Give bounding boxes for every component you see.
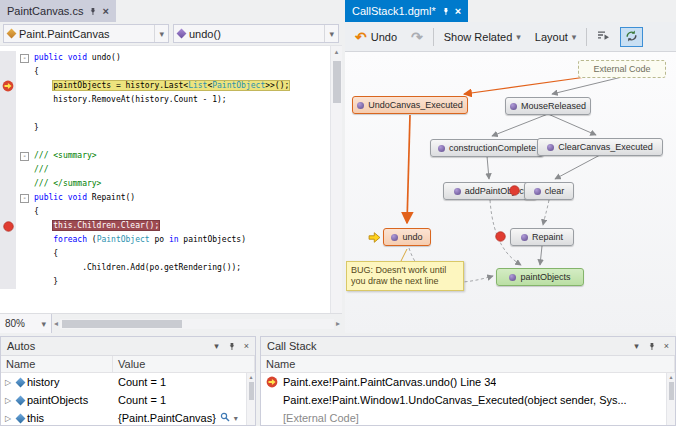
editor-horizontal-scrollbar[interactable]: ◂ ▸ (52, 314, 342, 333)
breakpoint-margin[interactable] (0, 261, 16, 275)
autos-name-cell: ▷paintObjects (1, 394, 113, 406)
graph-node-undocanvas-executed[interactable]: UndoCanvas_Executed (352, 96, 468, 114)
graph-node-addpaintobject[interactable]: addPaintObject (443, 182, 537, 200)
chevron-down-icon[interactable]: ▾ (234, 414, 243, 423)
breakpoint-margin[interactable] (0, 275, 16, 289)
tab-callstack-dgml[interactable]: CallStack1.dgml* × (345, 0, 468, 22)
variable-name: this (27, 412, 44, 424)
column-header-name[interactable]: Name (1, 356, 113, 372)
expand-icon[interactable]: ▷ (5, 414, 14, 423)
close-icon[interactable]: × (244, 341, 249, 351)
magnifier-icon[interactable] (220, 412, 230, 424)
graph-canvas[interactable]: External CodeUndoCanvas_ExecutedMouseRel… (345, 52, 676, 333)
breakpoint-margin[interactable] (0, 121, 16, 135)
scroll-up-icon[interactable]: ▴ (335, 46, 339, 58)
fold-margin[interactable]: - (16, 149, 34, 163)
breakpoint-margin[interactable] (0, 191, 16, 205)
expand-icon[interactable]: ▷ (5, 378, 14, 387)
graph-node-external-code[interactable]: External Code (578, 60, 666, 78)
graph-node-paintobjects[interactable]: paintObjects (496, 268, 584, 286)
breakpoint-margin[interactable] (0, 205, 16, 219)
editor-vertical-scrollbar[interactable]: ▴ (330, 46, 342, 313)
autos-header[interactable]: Autos ▾ × (1, 337, 255, 356)
scrollbar-thumb[interactable] (333, 61, 341, 103)
fold-toggle-icon[interactable]: - (20, 194, 29, 203)
scroll-up-icon[interactable]: ▴ (669, 373, 672, 380)
undo-label: Undo (371, 31, 397, 43)
undo-button[interactable]: ↶ Undo (351, 29, 401, 45)
window-position-icon[interactable]: ▾ (214, 341, 219, 351)
layout-dropdown[interactable]: Layout ▾ (531, 29, 581, 45)
graph-node-repaint[interactable]: Repaint (510, 228, 574, 246)
code-line: } (0, 275, 330, 289)
scroll-up-icon[interactable]: ▴ (249, 373, 252, 380)
breakpoint-margin[interactable] (0, 107, 16, 121)
scrollbar-thumb[interactable] (249, 382, 254, 400)
filters-button[interactable] (593, 28, 614, 45)
scrollbar-thumb[interactable] (62, 320, 182, 328)
breakpoint-margin[interactable] (0, 65, 16, 79)
scroll-left-icon[interactable]: ◂ (54, 319, 58, 328)
fold-margin[interactable]: - (16, 51, 34, 65)
scroll-right-icon[interactable]: ▸ (336, 319, 340, 328)
autos-row[interactable]: ▷historyCount = 1 (1, 373, 255, 391)
types-dropdown[interactable]: Paint.PaintCanvas ▾ (3, 24, 169, 43)
close-icon[interactable]: × (664, 341, 669, 351)
callstack-panel: Call Stack ▾ × Name Paint.exe!Paint.Pain… (260, 336, 676, 426)
column-header-name[interactable]: Name (261, 356, 675, 372)
code-line-text: foreach (PaintObject po in paintObjects) (34, 233, 246, 247)
callstack-row[interactable]: [External Code] (261, 409, 675, 425)
fold-toggle-icon[interactable]: - (20, 152, 29, 161)
fold-margin[interactable]: - (16, 191, 34, 205)
members-dropdown[interactable]: undo() ▾ (173, 24, 339, 43)
callstack-row[interactable]: Paint.exe!Paint.Window1.UndoCanvas_Execu… (261, 391, 675, 409)
breakpoint-margin[interactable] (0, 233, 16, 247)
pin-icon[interactable] (88, 7, 97, 16)
graph-node-clear[interactable]: clear (524, 182, 574, 200)
code-line-text: public void undo() (34, 51, 121, 65)
scrollbar-thumb[interactable] (669, 382, 674, 400)
pin-icon[interactable] (441, 7, 450, 16)
autos-scrollbar[interactable]: ▴ (246, 373, 255, 425)
code-line-text: { (34, 205, 39, 219)
breakpoint-margin[interactable] (0, 163, 16, 177)
graph-node-clearcanvas-executed[interactable]: ClearCanvas_Executed (537, 138, 663, 156)
current-statement-marker[interactable] (0, 79, 16, 93)
column-header-value[interactable]: Value (113, 356, 255, 372)
window-position-icon[interactable]: ▾ (634, 341, 639, 351)
zoom-control[interactable]: 80% ▾ (0, 314, 52, 333)
pin-icon[interactable] (227, 342, 236, 351)
pin-icon[interactable] (647, 342, 656, 351)
graph-node-undo[interactable]: undo (383, 228, 431, 246)
tab-paintcanvas[interactable]: PaintCanvas.cs × (0, 0, 116, 22)
autos-row[interactable]: ▷paintObjectsCount = 1 (1, 391, 255, 409)
close-icon[interactable]: × (455, 6, 461, 16)
autos-row[interactable]: ▷this{Paint.PaintCanvas}▾ (1, 409, 255, 425)
callstack-row[interactable]: Paint.exe!Paint.PaintCanvas.undo() Line … (261, 373, 675, 391)
graph-node-constructioncomplete[interactable]: constructionComplete (430, 139, 544, 157)
graph-node-mousereleased[interactable]: MouseReleased (505, 97, 591, 115)
callstack-scrollbar[interactable]: ▴ (666, 373, 675, 425)
breakpoint-margin[interactable] (0, 177, 16, 191)
breakpoint-margin[interactable] (0, 135, 16, 149)
scrollbar-track[interactable] (60, 319, 334, 329)
code-line (0, 135, 330, 149)
callstack-header[interactable]: Call Stack ▾ × (261, 337, 675, 356)
code-editor[interactable]: -public void undo(){ paintObjects = hist… (0, 46, 342, 313)
close-icon[interactable]: × (102, 6, 108, 16)
fold-margin (16, 205, 34, 219)
auto-update-toggle[interactable] (620, 27, 643, 47)
show-related-dropdown[interactable]: Show Related ▾ (440, 29, 525, 45)
toolbar-separator (586, 28, 587, 46)
fold-toggle-icon[interactable]: - (20, 54, 29, 63)
redo-button[interactable]: ↷ (407, 29, 427, 45)
bug-annotation-note[interactable]: BUG: Doesn't work until you draw the nex… (346, 261, 464, 291)
breakpoint-marker[interactable] (0, 219, 16, 233)
expand-icon[interactable]: ▷ (5, 396, 14, 405)
breakpoint-margin[interactable] (0, 51, 16, 65)
breakpoint-margin[interactable] (0, 149, 16, 163)
breakpoint-margin[interactable] (0, 247, 16, 261)
code-line (0, 107, 330, 121)
breakpoint-margin[interactable] (0, 93, 16, 107)
code-line-text: .Children.Add(po.getRendering()); (34, 261, 241, 275)
